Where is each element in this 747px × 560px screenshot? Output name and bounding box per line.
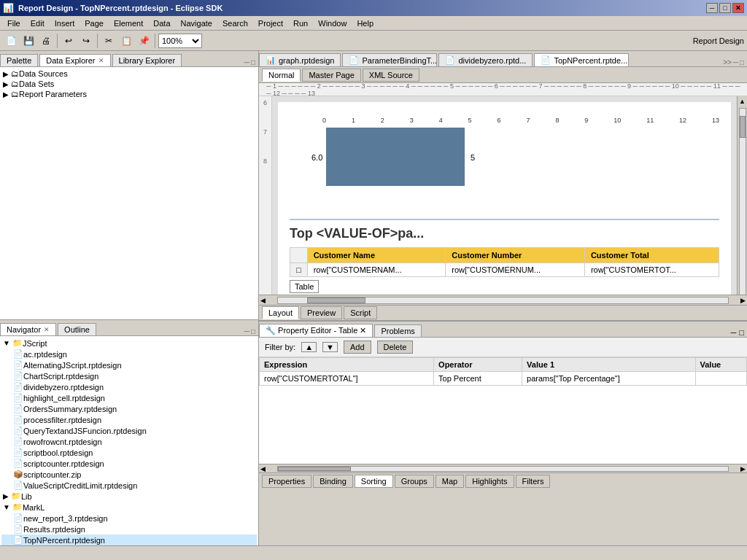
tab-highlights[interactable]: Highlights — [465, 475, 514, 488]
nav-item-scriptcounterzip[interactable]: 📦 scriptcounter.zip — [1, 469, 257, 480]
tab-problems[interactable]: Problems — [374, 324, 421, 337]
tab-map[interactable]: Map — [436, 475, 464, 488]
tab-masterpage[interactable]: Master Page — [302, 69, 360, 82]
menu-insert[interactable]: Insert — [50, 18, 80, 29]
prop-scroll-right-icon[interactable]: ▶ — [739, 465, 747, 472]
nav-item-orders[interactable]: 📄 OrdersSummary.rptdesign — [1, 403, 257, 414]
save-button[interactable]: 💾 — [20, 33, 36, 49]
nav-item-ac[interactable]: 📄 ac.rptdesign — [1, 349, 257, 359]
scroll-right-icon[interactable]: ▶ — [739, 297, 747, 304]
nav-item-rowofrowcnt[interactable]: 📄 rowofrowcnt.rptdesign — [1, 436, 257, 447]
nav-item-alternating[interactable]: 📄 AlternatingJScript.rptdesign — [1, 359, 257, 370]
tab-library-explorer[interactable]: Library Explorer — [112, 54, 182, 66]
nav-item-dividebyzero[interactable]: 📄 dividebyzero.rptdesign — [1, 381, 257, 392]
menu-edit[interactable]: Edit — [26, 18, 49, 29]
editor-panel-min-icon[interactable]: ─ — [733, 58, 738, 66]
nav-item-lib[interactable]: ▶ 📁 Lib — [1, 491, 257, 502]
prop-editor-close-icon[interactable]: ✕ — [360, 326, 366, 335]
nav-item-newreport[interactable]: 📄 new_report_3.rptdesign — [1, 513, 257, 524]
h-scroll-thumb[interactable] — [307, 298, 365, 303]
toolbar-sep3 — [155, 34, 155, 48]
print-button[interactable]: 🖨 — [38, 33, 54, 49]
menu-window[interactable]: Window — [314, 18, 351, 29]
tab-palette[interactable]: Palette — [0, 54, 38, 66]
tab-dividebyzero[interactable]: 📄 dividebyzero.rptd... — [438, 53, 533, 66]
nav-item-topnpercent[interactable]: 📄 TopNPercent.rptdesign — [1, 534, 257, 545]
menu-help[interactable]: Help — [352, 18, 378, 29]
prop-scroll-left-icon[interactable]: ◀ — [259, 465, 267, 472]
maximize-button[interactable]: □ — [719, 3, 731, 13]
scriptbool-label: scriptbool.rptdesign — [23, 448, 93, 457]
nav-item-markl[interactable]: ▼ 📁 MarkL — [1, 502, 257, 513]
tab-graph[interactable]: 📊 graph.rptdesign — [259, 53, 341, 66]
nav-minimize-icon[interactable]: ─ — [244, 327, 249, 335]
scroll-up-icon[interactable]: ▲ — [738, 96, 747, 106]
data-explorer-close-icon[interactable]: ✕ — [98, 57, 104, 64]
tab-preview[interactable]: Preview — [301, 306, 342, 319]
tab-properties[interactable]: Properties — [262, 475, 311, 488]
nav-item-scriptbool[interactable]: 📄 scriptbool.rptdesign — [1, 447, 257, 458]
tab-navigator[interactable]: Navigator ✕ — [0, 323, 56, 335]
menu-project[interactable]: Project — [254, 18, 287, 29]
panel-maximize-icon[interactable]: □ — [251, 58, 255, 66]
tree-item-data-sources[interactable]: ▶ 🗂 Data Sources — [1, 69, 257, 79]
valuescript-label: ValueScriptCreditLimit.rptdesign — [23, 481, 137, 490]
tab-binding[interactable]: Binding — [313, 475, 353, 488]
menu-page[interactable]: Page — [80, 18, 108, 29]
close-button[interactable]: ✕ — [732, 3, 744, 13]
file-icon: 📄 — [13, 349, 23, 359]
folder-icon: 📁 — [12, 502, 23, 512]
nav-maximize-icon[interactable]: □ — [251, 327, 255, 335]
menu-run[interactable]: Run — [289, 18, 312, 29]
tab-prop-editor[interactable]: 🔧 Property Editor - Table ✕ — [259, 324, 373, 337]
tab-parameterbinding[interactable]: 📄 ParameterBindingT... — [342, 53, 437, 66]
panel-minimize-icon[interactable]: ─ — [244, 58, 249, 66]
paste-button[interactable]: 📌 — [136, 33, 152, 49]
menu-element[interactable]: Element — [109, 18, 147, 29]
minimize-button[interactable]: ─ — [706, 3, 718, 13]
tab-normal[interactable]: Normal — [262, 69, 301, 82]
nav-item-chartscript[interactable]: 📄 ChartScript.rptdesign — [1, 370, 257, 381]
delete-button[interactable]: Delete — [377, 341, 414, 354]
nav-item-results[interactable]: 📄 Results.rptdesign — [1, 524, 257, 534]
tab-sorting[interactable]: Sorting — [355, 475, 393, 488]
menu-navigate[interactable]: Navigate — [177, 18, 217, 29]
cut-button[interactable]: ✂ — [101, 33, 117, 49]
table-header-customernumber: Customer Number — [446, 248, 585, 263]
nav-item-processfilter[interactable]: 📄 processfilter.rptdesign — [1, 414, 257, 425]
menu-file[interactable]: File — [3, 18, 25, 29]
copy-button[interactable]: 📋 — [118, 33, 134, 49]
tab-script[interactable]: Script — [344, 306, 377, 319]
filter-down-icon[interactable]: ▼ — [322, 342, 338, 352]
nav-item-jscript[interactable]: ▼ 📁 JScript — [1, 338, 257, 349]
tab-filters[interactable]: Filters — [516, 475, 551, 488]
navigator-close-icon[interactable]: ✕ — [44, 326, 50, 333]
zoom-select[interactable]: 100% 75% 125% 150% — [158, 34, 202, 48]
prop-maximize-icon[interactable]: □ — [739, 328, 744, 337]
editor-tabs-overflow-icon[interactable]: >> — [723, 58, 732, 66]
filter-up-icon[interactable]: ▲ — [301, 342, 317, 352]
highlight-label: highlight_cell.rptdesign — [23, 394, 105, 402]
tree-item-report-params[interactable]: ▶ 🗂 Report Parameters — [1, 89, 257, 99]
tab-outline[interactable]: Outline — [58, 323, 96, 335]
tree-item-data-sets[interactable]: ▶ 🗂 Data Sets — [1, 79, 257, 89]
add-button[interactable]: Add — [344, 341, 371, 354]
undo-button[interactable]: ↩ — [61, 33, 77, 49]
nav-item-valuescript[interactable]: 📄 ValueScriptCreditLimit.rptdesign — [1, 480, 257, 491]
prop-minimize-icon[interactable]: ─ — [731, 328, 737, 337]
new-button[interactable]: 📄 — [3, 33, 19, 49]
tab-groups[interactable]: Groups — [395, 475, 434, 488]
nav-item-highlight[interactable]: 📄 highlight_cell.rptdesign — [1, 392, 257, 403]
menu-data[interactable]: Data — [149, 18, 174, 29]
nav-item-scriptcounter[interactable]: 📄 scriptcounter.rptdesign — [1, 458, 257, 469]
menu-search[interactable]: Search — [218, 18, 252, 29]
redo-button[interactable]: ↪ — [78, 33, 94, 49]
nav-item-querytext[interactable]: 📄 QueryTextandJSFuncion.rptdesign — [1, 425, 257, 436]
tab-xmlsource[interactable]: XML Source — [363, 69, 419, 82]
tab-topnpercent[interactable]: 📄 TopNPercent.rptde... ✕ — [534, 53, 629, 66]
tab-data-explorer[interactable]: Data Explorer ✕ — [39, 54, 110, 66]
scroll-left-icon[interactable]: ◀ — [259, 297, 267, 304]
file-icon: 📄 — [13, 459, 23, 468]
editor-panel-max-icon[interactable]: □ — [740, 58, 744, 66]
tab-layout[interactable]: Layout — [262, 306, 299, 319]
